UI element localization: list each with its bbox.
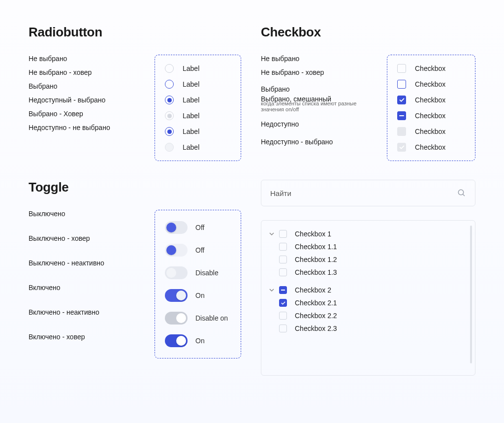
search-icon: [457, 189, 466, 197]
checkbox-title: Checkbox: [261, 25, 475, 40]
chevron-down-icon: [269, 231, 274, 236]
toggle-disabled-on: [165, 312, 188, 325]
toggle-on[interactable]: [165, 289, 188, 302]
radio-unchecked-hover[interactable]: [165, 80, 174, 89]
checkbox-label: Checkbox: [415, 128, 445, 135]
radio-state-list: Не выбрано Не выбрано - ховер Выбрано Не…: [29, 55, 127, 131]
svg-point-0: [458, 190, 464, 195]
tree-label: Checkbox 2.3: [295, 325, 337, 332]
state-label: Выбрано: [29, 82, 127, 90]
radio-label: Label: [183, 112, 199, 120]
tree-child[interactable]: Checkbox 1.1: [269, 240, 467, 253]
toggle-state-list: Выключено Выключено - ховер Выключено - …: [29, 210, 127, 341]
toggle-label: On: [195, 292, 205, 299]
tree-label: Checkbox 1.3: [295, 268, 337, 276]
checkbox-demo: Checkbox Checkbox Checkbox Checkbox Chec…: [387, 55, 475, 161]
state-label: Не выбрано: [261, 55, 359, 63]
state-label: Недоступно: [261, 120, 359, 128]
search-input[interactable]: Найти: [261, 180, 475, 206]
checkbox-checked[interactable]: [397, 96, 406, 104]
radio-unchecked[interactable]: [165, 64, 174, 73]
tree-checkbox[interactable]: [279, 243, 287, 251]
radio-label: Label: [183, 96, 199, 104]
checkbox-label: Checkbox: [415, 80, 445, 88]
toggle-label: Disable: [195, 269, 219, 277]
toggle-off-hover[interactable]: [165, 244, 188, 257]
tree-checkbox[interactable]: [279, 256, 287, 263]
checkbox-label: Checkbox: [415, 96, 445, 104]
tree-child[interactable]: Checkbox 1.2: [269, 253, 467, 266]
toggle-label: Off: [195, 224, 204, 231]
toggle-label: Disable on: [195, 314, 228, 322]
checkbox-disabled-checked: [397, 143, 406, 152]
radio-label: Label: [183, 143, 199, 151]
radio-label: Label: [183, 65, 199, 72]
radio-label: Label: [183, 80, 199, 88]
checkbox-unchecked[interactable]: [397, 64, 406, 73]
toggle-disabled: [165, 266, 188, 279]
tree-label: Checkbox 1.1: [295, 243, 337, 251]
state-label: Недоступно - выбрано: [261, 138, 359, 146]
tree-child[interactable]: Checkbox 1.3: [269, 266, 467, 279]
checkbox-disabled: [397, 127, 406, 136]
state-sublabel: когда элементы списка имеют разные значе…: [261, 100, 359, 112]
tree-label: Checkbox 2.1: [295, 299, 337, 307]
svg-line-1: [463, 194, 465, 196]
toggle-demo: Off Off Disable On Disable on On: [155, 210, 241, 358]
radio-selected-hover[interactable]: [165, 127, 174, 136]
state-label: Выключено - ховер: [29, 234, 127, 242]
state-label: Выбрано: [261, 85, 359, 93]
state-label: Недоступный - выбрано: [29, 96, 127, 104]
checkbox-indeterminate[interactable]: [397, 111, 406, 120]
checkbox-unchecked-hover[interactable]: [397, 80, 406, 89]
tree-parent[interactable]: Checkbox 2: [269, 284, 467, 296]
scrollbar[interactable]: [470, 226, 472, 363]
chevron-down-icon: [269, 288, 274, 293]
checkbox-label: Checkbox: [415, 112, 445, 120]
tree-child[interactable]: Checkbox 2.2: [269, 309, 467, 322]
tree-label: Checkbox 1.2: [295, 256, 337, 263]
checkbox-label: Checkbox: [415, 65, 445, 72]
state-label: Не выбрано - ховер: [29, 68, 127, 76]
checkbox-tree: Checkbox 1 Checkbox 1.1 Checkbox 1.2 Che…: [261, 220, 475, 376]
state-label: Выключено: [29, 210, 127, 218]
checkbox-label: Checkbox: [415, 143, 445, 151]
checkbox-state-list: Не выбрано Не выбрано - ховер Выбрано Вы…: [261, 55, 359, 146]
radio-disabled-selected: [165, 111, 174, 120]
tree-checkbox-checked[interactable]: [279, 299, 287, 307]
radio-selected[interactable]: [165, 96, 174, 104]
radio-label: Label: [183, 128, 199, 135]
radio-demo: Label Label Label Label Label Label: [155, 55, 241, 161]
tree-label: Checkbox 2: [295, 286, 331, 294]
tree-child[interactable]: Checkbox 2.3: [269, 322, 467, 335]
toggle-on-hover[interactable]: [165, 334, 188, 347]
toggle-title: Toggle: [29, 180, 241, 195]
toggle-label: On: [195, 337, 205, 345]
state-label: Выбрано - Ховер: [29, 110, 127, 118]
state-label: Включено: [29, 284, 127, 292]
toggle-label: Off: [195, 246, 204, 254]
tree-checkbox-indeterminate[interactable]: [279, 286, 287, 294]
radio-title: Radiobutton: [29, 25, 241, 40]
tree-checkbox[interactable]: [279, 312, 287, 320]
tree-checkbox[interactable]: [279, 325, 287, 332]
tree-parent[interactable]: Checkbox 1: [269, 228, 467, 240]
tree-child[interactable]: Checkbox 2.1: [269, 296, 467, 309]
search-placeholder: Найти: [270, 189, 291, 197]
tree-checkbox[interactable]: [279, 230, 287, 238]
toggle-off[interactable]: [165, 221, 188, 234]
state-label: Не выбрано: [29, 55, 127, 63]
state-label: Включено - неактивно: [29, 308, 127, 316]
state-label: Недоступно - не выбрано: [29, 124, 127, 131]
state-label: Включено - ховер: [29, 333, 127, 341]
tree-label: Checkbox 1: [295, 230, 331, 238]
tree-label: Checkbox 2.2: [295, 312, 337, 320]
tree-checkbox[interactable]: [279, 268, 287, 276]
radio-disabled: [165, 143, 174, 152]
state-label: Выключено - неактивно: [29, 259, 127, 267]
state-label: Не выбрано - ховер: [261, 68, 359, 76]
